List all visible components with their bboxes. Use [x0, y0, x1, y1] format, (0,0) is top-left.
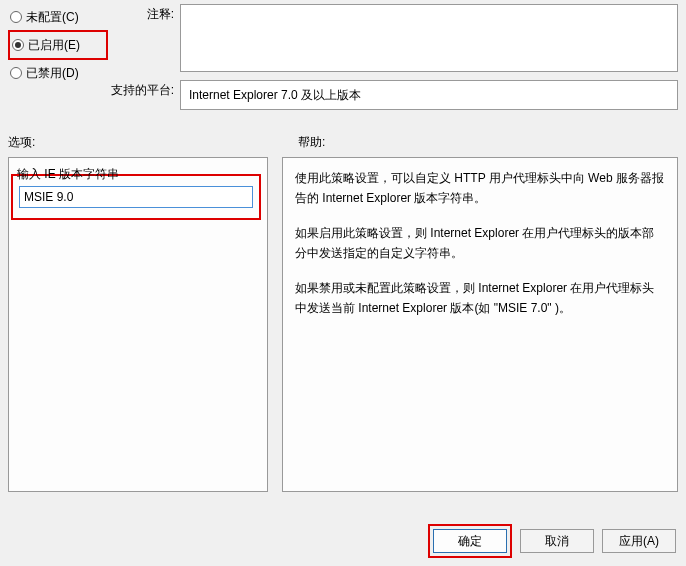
apply-button[interactable]: 应用(A)	[602, 529, 676, 553]
dialog-buttons: 确定 取消 应用(A)	[428, 524, 676, 558]
comment-textarea[interactable]	[180, 4, 678, 72]
input-highlight	[11, 174, 261, 220]
comment-label: 注释:	[108, 4, 180, 23]
radio-label: 未配置(C)	[26, 9, 79, 26]
help-label: 帮助:	[298, 134, 325, 151]
radio-label: 已禁用(D)	[26, 65, 79, 82]
radio-disabled[interactable]: 已禁用(D)	[8, 60, 108, 86]
options-label: 选项:	[8, 134, 298, 151]
radio-label: 已启用(E)	[28, 37, 80, 54]
platform-value: Internet Explorer 7.0 及以上版本	[180, 80, 678, 110]
cancel-button[interactable]: 取消	[520, 529, 594, 553]
platform-text: Internet Explorer 7.0 及以上版本	[189, 87, 361, 104]
options-panel: 输入 IE 版本字符串	[8, 157, 268, 492]
help-paragraph: 如果启用此策略设置，则 Internet Explorer 在用户代理标头的版本…	[295, 223, 665, 264]
help-paragraph: 如果禁用或未配置此策略设置，则 Internet Explorer 在用户代理标…	[295, 278, 665, 319]
platform-label: 支持的平台:	[108, 80, 180, 99]
radio-icon	[12, 39, 24, 51]
radio-icon	[10, 11, 22, 23]
enabled-highlight: 已启用(E)	[8, 30, 108, 60]
radio-not-configured[interactable]: 未配置(C)	[8, 4, 108, 30]
ok-button[interactable]: 确定	[433, 529, 507, 553]
help-paragraph: 使用此策略设置，可以自定义 HTTP 用户代理标头中向 Web 服务器报告的 I…	[295, 168, 665, 209]
ok-highlight: 确定	[428, 524, 512, 558]
radio-enabled[interactable]: 已启用(E)	[10, 32, 106, 58]
radio-icon	[10, 67, 22, 79]
config-radio-group: 未配置(C) 已启用(E) 已禁用(D)	[8, 2, 108, 110]
help-panel: 使用此策略设置，可以自定义 HTTP 用户代理标头中向 Web 服务器报告的 I…	[282, 157, 678, 492]
ie-version-input[interactable]	[19, 186, 253, 208]
